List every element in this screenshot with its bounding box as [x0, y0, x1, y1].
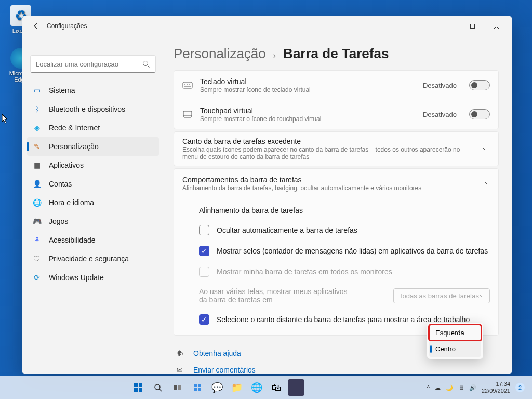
opt-taskbar-alignment: Alinhamento da barra de tarefas	[174, 201, 498, 220]
tray-network-icon[interactable]: 🖥	[458, 384, 464, 391]
sidebar-item-hora-e-idioma[interactable]: 🌐Hora e idioma	[27, 193, 159, 212]
taskbar-taskview[interactable]	[169, 379, 186, 396]
search-icon	[142, 60, 150, 68]
opt-multi-screen: Ao usar várias telas, mostrar meus aplic…	[174, 282, 498, 309]
svg-rect-13	[194, 388, 197, 391]
svg-point-8	[155, 384, 160, 390]
svg-rect-12	[198, 384, 201, 387]
row-taskbar-overflow[interactable]: Canto da barra de tarefas excedente Esco…	[174, 132, 498, 166]
chevron-down-icon	[479, 293, 484, 298]
opt-label: Mostrar minha barra de tarefas em todos …	[217, 268, 392, 276]
taskbar-chat[interactable]: 💬	[209, 379, 225, 396]
row-taskbar-behaviors[interactable]: Comportamentos da barra de tarefas Alinh…	[174, 169, 498, 198]
sidebar-item-sistema[interactable]: ▭Sistema	[27, 81, 159, 100]
taskbar-widgets[interactable]	[189, 379, 206, 396]
opt-label: Ocultar automaticamente a barra de taref…	[217, 226, 357, 234]
nav-label: Windows Update	[49, 273, 104, 282]
opt-label: Ao usar várias telas, mostrar meus aplic…	[199, 287, 355, 304]
row-virtual-keyboard: Teclado virtual Sempre mostrar ícone de …	[174, 71, 498, 100]
sidebar: ▭SistemaᛒBluetooth e dispositivos◈Rede &…	[22, 36, 164, 374]
row-title: Teclado virtual	[200, 77, 416, 86]
nav-icon: ◈	[32, 123, 42, 132]
search-input[interactable]	[36, 60, 142, 68]
chevron-up-icon	[482, 179, 490, 188]
taskbar-store[interactable]: 🛍	[268, 379, 285, 396]
system-tray: ^ ☁ 🌙 🖥 🔊 17:34 22/09/2021 2	[427, 381, 525, 394]
tray-notification-badge[interactable]: 2	[515, 383, 525, 392]
sidebar-item-jogos[interactable]: 🎮Jogos	[27, 212, 159, 231]
sidebar-item-rede-internet[interactable]: ◈Rede & Internet	[27, 118, 159, 137]
svg-rect-14	[198, 388, 201, 391]
nav-icon: ᛒ	[32, 104, 42, 114]
checkbox-show-badges[interactable]: ✓	[199, 246, 209, 256]
window-title: Configurações	[47, 22, 87, 30]
sidebar-item-bluetooth-e-dispositivos[interactable]: ᛒBluetooth e dispositivos	[27, 100, 159, 118]
checkbox-far-corner[interactable]: ✓	[199, 314, 209, 325]
sidebar-item-windows-update[interactable]: ⟳Windows Update	[27, 268, 159, 287]
nav-icon: ⚘	[32, 235, 42, 245]
mouse-cursor-icon	[2, 114, 9, 124]
taskbar-explorer[interactable]: 📁	[229, 379, 245, 396]
row-subtitle: Sempre mostrar o ícone do touchpad virtu…	[200, 115, 416, 123]
touchpad-icon	[182, 109, 193, 119]
tray-volume-icon[interactable]: 🔊	[469, 384, 476, 391]
taskbar-app[interactable]	[288, 379, 304, 396]
minimize-button[interactable]	[436, 16, 460, 36]
opt-show-badges[interactable]: ✓ Mostrar selos (contador de mensagens n…	[174, 241, 498, 261]
checkbox-auto-hide[interactable]	[199, 225, 209, 235]
dropdown-multi-screen: Todas as barras de tarefas	[393, 288, 490, 303]
svg-rect-0	[470, 24, 474, 28]
nav-icon: 🌐	[32, 198, 42, 207]
maximize-button[interactable]	[460, 16, 484, 36]
nav-icon: ⟳	[32, 273, 42, 282]
sidebar-item-contas[interactable]: 👤Contas	[27, 175, 159, 193]
nav-icon: ▦	[32, 161, 42, 170]
tray-clock[interactable]: 17:34 22/09/2021	[482, 381, 510, 394]
close-button[interactable]	[484, 16, 508, 36]
row-subtitle: Escolha quais ícones podem aparecer no c…	[182, 146, 474, 161]
breadcrumb-taskbar: Barra de Tarefas	[283, 46, 389, 62]
svg-rect-5	[139, 383, 142, 387]
main-content: Personalização › Barra de Tarefas Teclad…	[164, 36, 512, 374]
svg-rect-4	[134, 383, 138, 387]
nav-label: Jogos	[49, 217, 68, 225]
checkbox-all-monitors	[199, 267, 209, 277]
nav-label: Aplicativos	[49, 161, 84, 169]
nav-label: Hora e idioma	[49, 198, 94, 207]
taskbar-search[interactable]	[150, 379, 166, 396]
help-icon: 🗣	[177, 349, 186, 357]
taskbar-edge[interactable]: 🌐	[248, 379, 265, 396]
dropdown-option-center[interactable]: Centro	[429, 341, 481, 357]
nav-icon: ▭	[32, 86, 42, 95]
tray-chevron-icon[interactable]: ^	[427, 384, 430, 391]
sidebar-item-personaliza-o[interactable]: ✎Personalização	[27, 137, 159, 156]
search-box[interactable]	[30, 55, 156, 73]
svg-rect-2	[183, 82, 192, 88]
sidebar-item-privacidade-e-seguran-a[interactable]: 🛡Privacidade e segurança	[27, 249, 159, 268]
opt-auto-hide[interactable]: Ocultar automaticamente a barra de taref…	[174, 220, 498, 241]
svg-rect-10	[178, 385, 181, 390]
row-title: Touchpad virtual	[200, 107, 416, 115]
breadcrumb-personalization[interactable]: Personalização	[174, 46, 266, 62]
tray-onedrive-icon[interactable]: ☁	[435, 384, 441, 391]
nav-label: Personalização	[49, 142, 99, 151]
sidebar-item-acessibilidade[interactable]: ⚘Acessibilidade	[27, 231, 159, 249]
toggle-virtual-keyboard[interactable]	[469, 80, 490, 90]
keyboard-icon	[182, 80, 193, 90]
row-subtitle: Alinhamento da barra de tarefas, badging…	[182, 184, 474, 192]
titlebar: Configurações	[22, 16, 512, 36]
nav-label: Privacidade e segurança	[49, 255, 129, 263]
svg-rect-11	[194, 384, 197, 387]
dropdown-alignment: Esquerda Centro	[427, 323, 483, 359]
dropdown-option-left[interactable]: Esquerda	[429, 325, 481, 341]
nav-label: Contas	[49, 180, 72, 188]
tray-meet-icon[interactable]: 🌙	[446, 384, 453, 391]
opt-all-monitors: Mostrar minha barra de tarefas em todos …	[174, 261, 498, 282]
start-button[interactable]	[130, 379, 147, 396]
sidebar-item-aplicativos[interactable]: ▦Aplicativos	[27, 156, 159, 175]
nav-icon: 🎮	[32, 217, 42, 226]
toggle-virtual-touchpad[interactable]	[469, 109, 490, 119]
row-virtual-touchpad: Touchpad virtual Sempre mostrar o ícone …	[174, 100, 498, 129]
link-send-feedback[interactable]: ✉ Enviar comentários	[177, 362, 496, 374]
back-button[interactable]	[31, 21, 41, 31]
